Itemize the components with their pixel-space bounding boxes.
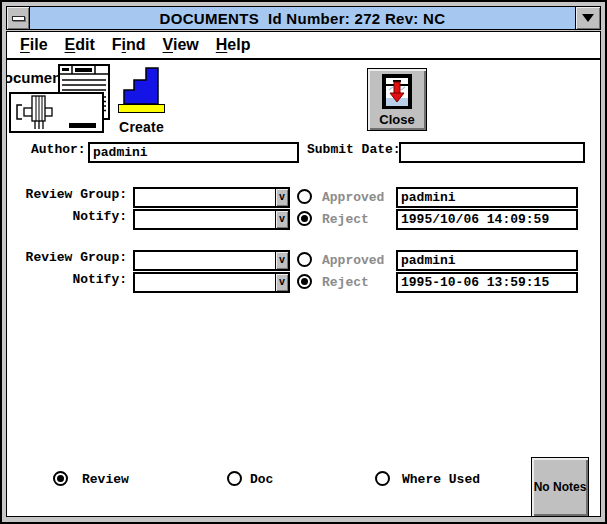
notify-dropdown-button-1[interactable]: v (275, 211, 288, 228)
reviewer-value-2: padmini (401, 253, 456, 268)
notify-label-1: Notify: (7, 209, 127, 230)
review-option-radio[interactable] (53, 471, 68, 486)
create-label: Create (118, 119, 165, 135)
menu-help[interactable]: Help (216, 36, 251, 54)
document-part-drawing-icon[interactable] (9, 92, 104, 133)
review-group-combo-1[interactable]: v (133, 187, 290, 208)
review-group-dropdown-button-2[interactable]: v (275, 252, 288, 269)
reviewer-field-1[interactable]: padmini (396, 187, 578, 208)
notify-combo-2[interactable]: v (133, 272, 290, 293)
create-tool[interactable]: Create (118, 66, 165, 135)
author-field[interactable]: padmini (88, 142, 299, 163)
menu-view[interactable]: View (163, 36, 199, 54)
review-group-combo-2[interactable]: v (133, 250, 290, 271)
close-window-icon (380, 73, 414, 111)
minimize-bar-icon (12, 16, 25, 21)
window-menu-button[interactable] (575, 7, 600, 29)
app-window: DOCUMENTS Id Number: 272 Rev: NC File Ed… (0, 0, 607, 524)
author-value: padmini (93, 145, 148, 160)
menu-label-part: F (112, 36, 122, 53)
menu-bar: File Edit Find View Help (7, 32, 600, 60)
menu-label-part: ile (30, 36, 48, 53)
where-used-option-label: Where Used (402, 472, 480, 487)
timestamp-field-1[interactable]: 1995/10/06 14:09:59 (396, 209, 578, 230)
chevron-down-icon (582, 14, 594, 22)
doc-option-label: Doc (250, 472, 273, 487)
approved-radio-2[interactable] (297, 252, 312, 267)
approved-label-1: Approved (322, 190, 384, 205)
system-menu-button[interactable] (7, 7, 30, 29)
review-group-label-2: Review Group: (7, 250, 127, 271)
review-group-label-1: Review Group: (7, 187, 127, 208)
approved-radio-1[interactable] (297, 189, 312, 204)
close-label: Close (379, 112, 414, 127)
author-label: Author: (31, 142, 86, 163)
submit-date-field[interactable] (399, 142, 585, 163)
menu-label-part: nd (126, 36, 146, 53)
menu-file[interactable]: File (20, 36, 48, 54)
approved-label-2: Approved (322, 253, 384, 268)
reject-radio-1[interactable] (297, 211, 312, 226)
close-button[interactable]: Close (367, 68, 427, 131)
reviewer-value-1: padmini (401, 190, 456, 205)
submit-date-label: Submit Date: (307, 142, 401, 163)
menu-mnemonic: V (163, 36, 173, 53)
content-area: Document (7, 60, 600, 516)
no-notes-button[interactable]: No Notes (531, 457, 589, 516)
timestamp-value-1: 1995/10/06 14:09:59 (401, 212, 549, 227)
title-bar: DOCUMENTS Id Number: 272 Rev: NC (6, 6, 601, 30)
menu-mnemonic: E (65, 36, 76, 53)
menu-mnemonic: H (216, 36, 228, 53)
timestamp-field-2[interactable]: 1995-10-06 13:59:15 (396, 272, 578, 293)
menu-label-part: elp (227, 36, 250, 53)
menu-edit[interactable]: Edit (65, 36, 95, 54)
main-panel: File Edit Find View Help Document (6, 31, 601, 517)
reject-label-1: Reject (322, 212, 369, 227)
notify-dropdown-button-2[interactable]: v (275, 274, 288, 291)
review-option-label: Review (82, 472, 129, 487)
create-stairs-icon (118, 66, 165, 114)
doc-option-radio[interactable] (227, 471, 242, 486)
menu-find[interactable]: Find (112, 36, 146, 54)
menu-mnemonic: F (20, 36, 30, 53)
notify-label-2: Notify: (7, 272, 127, 293)
notify-combo-1[interactable]: v (133, 209, 290, 230)
where-used-option-radio[interactable] (375, 471, 390, 486)
reject-radio-2[interactable] (297, 274, 312, 289)
reject-label-2: Reject (322, 275, 369, 290)
menu-label-part: iew (173, 36, 199, 53)
timestamp-value-2: 1995-10-06 13:59:15 (401, 275, 549, 290)
window-title: DOCUMENTS Id Number: 272 Rev: NC (30, 7, 575, 29)
menu-label-part: dit (75, 36, 95, 53)
reviewer-field-2[interactable]: padmini (396, 250, 578, 271)
review-group-dropdown-button-1[interactable]: v (275, 189, 288, 206)
